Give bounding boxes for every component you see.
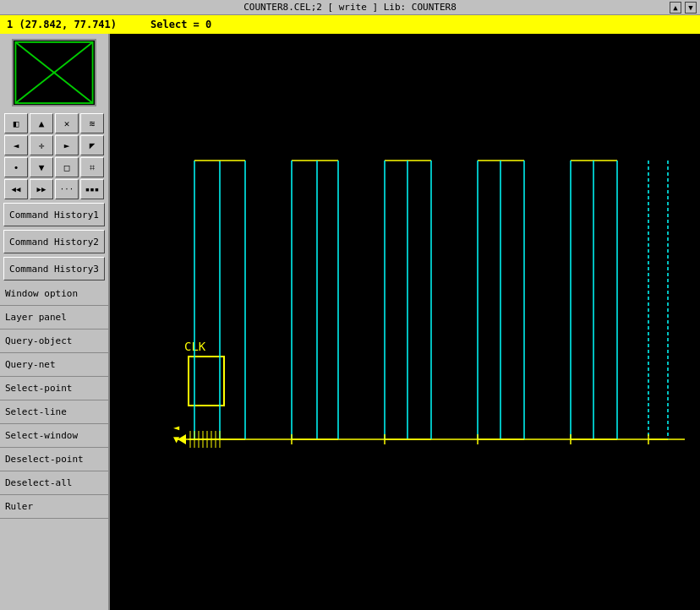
title-buttons: ▲ ▼ [670, 2, 697, 14]
ruler-button[interactable]: Ruler [0, 495, 108, 519]
select-window-button[interactable]: Select-window [0, 424, 108, 448]
title-text: COUNTER8.CEL;2 [ write ] Lib: COUNTER8 [243, 2, 457, 13]
layer-panel-button[interactable]: Layer panel [0, 306, 108, 330]
deselect-point-button[interactable]: Deselect-point [0, 448, 108, 471]
select-point-button[interactable]: Select-point [0, 377, 108, 400]
title-bar: COUNTER8.CEL;2 [ write ] Lib: COUNTER8 ▲… [0, 0, 700, 15]
coordinates: 1 (27.842, 77.741) [7, 19, 117, 30]
waveform-svg: CLK [110, 34, 700, 610]
prev-icon[interactable]: ◀◀ [4, 179, 28, 199]
svg-text:CLK: CLK [184, 340, 206, 353]
query-net-button[interactable]: Query-net [0, 353, 108, 377]
maximize-button[interactable]: ▼ [685, 2, 697, 14]
select-count: Select = 0 [150, 19, 211, 30]
cmd-history-2-button[interactable]: Command History2 [3, 230, 105, 253]
dots-icon[interactable]: ··· [55, 179, 79, 199]
crop-icon[interactable]: ⌗ [80, 157, 104, 177]
up-icon[interactable]: ▲ [30, 113, 53, 133]
left-toolbar: ◧ ▲ ✕ ≋ ◄ ✛ ► ◤ • ▼ □ ⌗ ◀◀ ▶▶ ··· ▪▪▪ Co… [0, 34, 110, 610]
window-option-button[interactable]: Window option [0, 282, 108, 306]
svg-text:◄: ◄ [173, 422, 180, 433]
more-icon[interactable]: ▪▪▪ [80, 179, 104, 199]
cross-icon[interactable]: ✕ [55, 113, 79, 133]
dot-icon[interactable]: • [4, 157, 28, 177]
deselect-all-button[interactable]: Deselect-all [0, 471, 108, 495]
left-icon[interactable]: ◄ [4, 135, 28, 155]
coord-bar: 1 (27.842, 77.741) Select = 0 [0, 15, 700, 34]
slope-icon[interactable]: ◤ [80, 135, 104, 155]
down-icon[interactable]: ▼ [30, 157, 53, 177]
select-line-button[interactable]: Select-line [0, 400, 108, 424]
right-icon[interactable]: ► [55, 135, 79, 155]
preview-svg [14, 41, 95, 105]
box-icon[interactable]: □ [55, 157, 79, 177]
cmd-history-3-button[interactable]: Command History3 [3, 257, 105, 280]
select-icon[interactable]: ◧ [4, 113, 28, 133]
svg-text:▼: ▼ [173, 433, 180, 445]
minimize-button[interactable]: ▲ [670, 2, 681, 14]
query-object-button[interactable]: Query-object [0, 330, 108, 353]
preview-box [12, 39, 96, 106]
move-icon[interactable]: ✛ [30, 135, 53, 155]
icon-grid: ◧ ▲ ✕ ≋ ◄ ✛ ► ◤ • ▼ □ ⌗ ◀◀ ▶▶ ··· ▪▪▪ [0, 112, 108, 201]
cmd-history-1-button[interactable]: Command History1 [3, 203, 105, 226]
wave-icon[interactable]: ≋ [80, 113, 104, 133]
next-icon[interactable]: ▶▶ [30, 179, 53, 199]
main-canvas[interactable]: CLK [110, 34, 700, 610]
